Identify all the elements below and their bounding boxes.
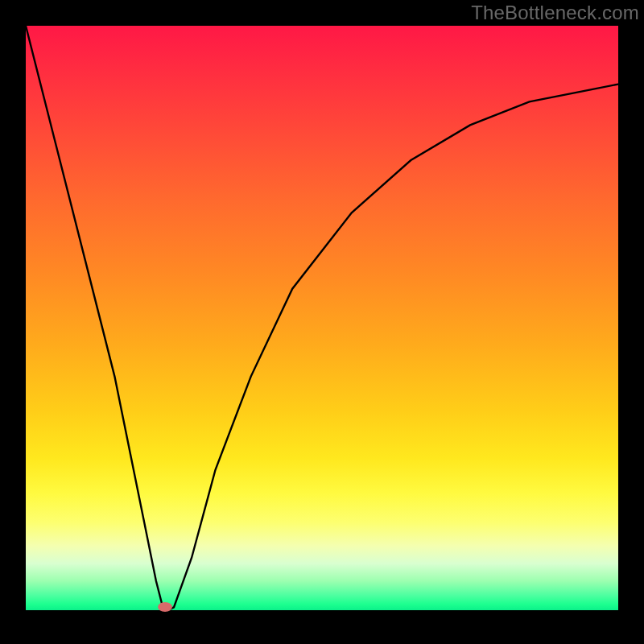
watermark-text: TheBottleneck.com <box>471 2 639 24</box>
chart-container: TheBottleneck.com <box>0 0 644 644</box>
curve-svg <box>26 26 618 610</box>
optimal-point-marker <box>158 602 172 612</box>
plot-area <box>26 26 618 610</box>
bottleneck-curve <box>26 26 618 610</box>
